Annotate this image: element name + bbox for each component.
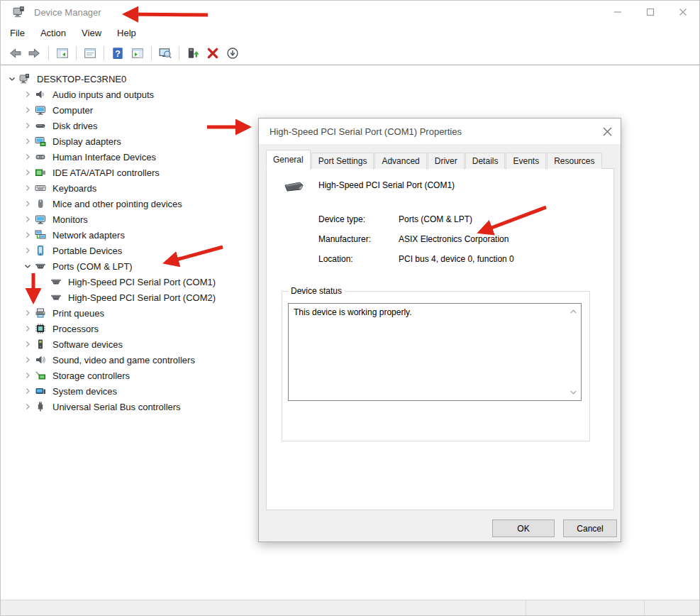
computer-root-icon [19, 73, 31, 84]
scroll-down-icon[interactable] [569, 387, 578, 397]
chevron-collapsed-icon[interactable] [21, 198, 35, 209]
tree-item-label: Computer [52, 105, 93, 116]
chevron-collapsed-icon[interactable] [21, 89, 35, 100]
status-message: This device is working properly. [294, 307, 412, 317]
uninstall-device-icon[interactable] [204, 45, 221, 62]
mouse-icon [35, 198, 47, 209]
tree-item-label: Portable Devices [52, 246, 122, 256]
tree-item-label: Processors [52, 324, 99, 334]
scan-hardware-changes-icon[interactable] [157, 45, 174, 62]
menu-item-help[interactable]: Help [109, 25, 144, 41]
tab-driver[interactable]: Driver [428, 153, 465, 169]
chevron-collapsed-icon[interactable] [21, 339, 35, 350]
device-name: High-Speed PCI Serial Port (COM1) [318, 180, 455, 190]
device-status-label: Device status [288, 286, 345, 296]
chevron-expanded-icon[interactable] [21, 260, 35, 272]
serial-port-icon [50, 292, 62, 303]
display-adapter-icon [35, 136, 47, 147]
statusbar [1, 600, 699, 615]
properties-icon[interactable] [82, 45, 99, 62]
minimize-button[interactable] [601, 1, 634, 23]
chevron-collapsed-icon[interactable] [21, 401, 35, 412]
info-value: PCI bus 4, device 0, function 0 [399, 254, 514, 264]
cancel-button[interactable]: Cancel [563, 519, 617, 537]
chevron-collapsed-icon[interactable] [21, 151, 35, 163]
chevron-expanded-icon[interactable] [5, 73, 19, 84]
chevron-collapsed-icon[interactable] [21, 229, 35, 241]
update-driver-icon[interactable] [184, 45, 201, 62]
tree-item[interactable]: DESKTOP-EC3RNE0 [1, 71, 699, 87]
chevron-collapsed-icon[interactable] [21, 214, 35, 225]
maximize-button[interactable] [634, 1, 667, 23]
scroll-up-icon[interactable] [569, 307, 578, 317]
software-device-icon [35, 339, 47, 350]
tree-item-label: Keyboards [52, 183, 96, 194]
chevron-collapsed-icon[interactable] [21, 136, 35, 147]
tab-advanced[interactable]: Advanced [374, 153, 426, 169]
info-value: Ports (COM & LPT) [399, 214, 472, 224]
back-icon[interactable] [6, 45, 23, 62]
properties-dialog: High-Speed PCI Serial Port (COM1) Proper… [258, 118, 621, 542]
tree-item-label: Software devices [52, 339, 123, 350]
toolbar-separator [48, 46, 49, 60]
titlebar: Device Manager [1, 1, 699, 23]
keyboard-icon [35, 182, 47, 194]
tab-general[interactable]: General [266, 150, 311, 170]
device-status-group: Device status This device is working pro… [282, 291, 590, 441]
tab-resources[interactable]: Resources [547, 153, 601, 169]
tab-port-settings[interactable]: Port Settings [311, 153, 374, 169]
statusbar-divider [526, 600, 526, 615]
chevron-collapsed-icon[interactable] [21, 104, 35, 116]
chevron-collapsed-icon[interactable] [21, 167, 35, 178]
tab-details[interactable]: Details [465, 153, 506, 169]
dialog-close-icon[interactable] [601, 125, 613, 138]
ok-button[interactable]: OK [492, 519, 555, 537]
show-console-tree-icon[interactable] [54, 45, 71, 62]
printer-icon [35, 307, 47, 319]
chevron-collapsed-icon[interactable] [21, 245, 35, 256]
info-value: ASIX Electronics Corporation [399, 234, 509, 244]
tree-item-label: Display adapters [52, 136, 121, 147]
device-info-row: Location:PCI bus 4, device 0, function 0 [318, 254, 514, 264]
sound-icon [35, 354, 47, 365]
portable-icon [35, 245, 47, 256]
info-label: Manufacturer: [318, 234, 399, 244]
chevron-collapsed-icon[interactable] [21, 370, 35, 381]
tree-item-label: Universal Serial Bus controllers [52, 402, 181, 412]
action-pane-icon[interactable] [129, 45, 146, 62]
device-status-text[interactable]: This device is working properly. [288, 303, 582, 401]
toolbar-separator [104, 46, 104, 60]
chevron-collapsed-icon[interactable] [21, 323, 35, 334]
dialog-tabs: GeneralPort SettingsAdvancedDriverDetail… [266, 151, 603, 169]
menu-item-file[interactable]: File [2, 25, 33, 41]
device-info-row: Manufacturer:ASIX Electronics Corporatio… [318, 234, 509, 244]
storage-icon [35, 370, 47, 381]
info-label: Device type: [318, 214, 399, 224]
serial-port-icon [35, 260, 47, 272]
monitor-icon [35, 214, 47, 225]
tree-item[interactable]: Computer [1, 102, 699, 118]
network-icon [35, 229, 47, 241]
chevron-collapsed-icon[interactable] [21, 182, 35, 194]
tree-item-label: Mice and other pointing devices [52, 199, 182, 209]
toolbar: ? [1, 42, 699, 65]
chevron-collapsed-icon[interactable] [21, 120, 35, 131]
disable-device-icon[interactable] [224, 45, 241, 62]
toolbar-separator [76, 46, 77, 60]
tab-events[interactable]: Events [506, 153, 546, 169]
window-title: Device Manager [34, 7, 101, 18]
tree-item[interactable]: Audio inputs and outputs [1, 87, 699, 102]
tree-item-label: High-Speed PCI Serial Port (COM1) [68, 277, 216, 287]
help-icon[interactable]: ? [109, 45, 126, 62]
hid-icon [35, 151, 47, 163]
menu-item-action[interactable]: Action [33, 25, 74, 41]
chevron-collapsed-icon[interactable] [21, 385, 35, 397]
chevron-collapsed-icon[interactable] [21, 354, 35, 365]
close-button[interactable] [667, 1, 699, 23]
tree-item-label: Monitors [52, 214, 88, 225]
menu-item-view[interactable]: View [74, 25, 109, 41]
chevron-collapsed-icon[interactable] [21, 307, 35, 319]
tree-item-label: Storage controllers [52, 370, 130, 381]
dialog-title: High-Speed PCI Serial Port (COM1) Proper… [270, 126, 462, 137]
forward-icon[interactable] [26, 45, 43, 62]
